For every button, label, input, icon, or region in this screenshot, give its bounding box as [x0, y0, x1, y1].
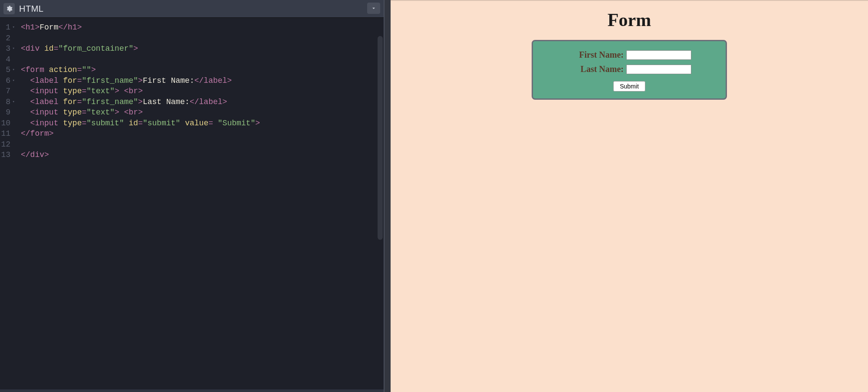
code-line[interactable]: </form>	[21, 128, 380, 139]
editor-header: HTML	[0, 0, 384, 17]
line-number: 8▾	[0, 97, 15, 108]
panel-resize-handle[interactable]	[385, 0, 391, 392]
code-line[interactable]: </div>	[21, 150, 380, 160]
code-line[interactable]	[21, 33, 380, 44]
preview-panel: Form First Name: Last Name:	[391, 0, 868, 392]
editor-scrollbar[interactable]	[378, 36, 383, 240]
code-line[interactable]	[21, 54, 380, 65]
code-line[interactable]: <form action="">	[21, 65, 380, 75]
first-name-label: First Name:	[567, 50, 624, 60]
code-line[interactable]: <input type="text"> <br>	[21, 107, 380, 118]
editor-collapse-button[interactable]	[367, 3, 380, 14]
code-line[interactable]	[21, 139, 380, 150]
line-number: 11	[0, 128, 15, 139]
page-title: Form	[399, 10, 859, 30]
line-number: 12	[0, 139, 15, 150]
submit-button[interactable]	[613, 81, 645, 91]
last-name-row: Last Name:	[540, 64, 719, 74]
code-line[interactable]: <h1>Form</h1>	[21, 22, 380, 33]
demo-form: First Name: Last Name:	[540, 50, 719, 91]
chevron-down-icon	[371, 5, 377, 11]
first-name-input[interactable]	[626, 50, 691, 60]
code-body[interactable]: <h1>Form</h1><div id="form_container"><f…	[17, 18, 384, 389]
editor-title: HTML	[19, 4, 43, 14]
code-line[interactable]: <input type="submit" id="submit" value= …	[21, 118, 380, 129]
gear-icon	[6, 5, 13, 12]
code-line[interactable]: <label for="first_name">Last Name:</labe…	[21, 97, 380, 108]
form-container: First Name: Last Name:	[532, 40, 727, 100]
line-number: 1▾	[0, 22, 15, 33]
line-number: 9	[0, 107, 15, 118]
line-number: 3▾	[0, 43, 15, 54]
code-area[interactable]: 1▾23▾45▾6▾78▾910111213 <h1>Form</h1><div…	[0, 17, 384, 389]
app-root: HTML 1▾23▾45▾6▾78▾910111213 <h1>Form</h1…	[0, 0, 868, 392]
line-number: 4	[0, 54, 15, 65]
last-name-input[interactable]	[626, 65, 691, 74]
editor-panel: HTML 1▾23▾45▾6▾78▾910111213 <h1>Form</h1…	[0, 0, 385, 392]
line-number: 2	[0, 33, 15, 44]
line-number: 7	[0, 86, 15, 97]
line-number: 10	[0, 118, 15, 129]
first-name-row: First Name:	[540, 50, 719, 60]
line-number: 6▾	[0, 75, 15, 86]
editor-status-bar	[0, 389, 384, 392]
editor-settings-button[interactable]	[3, 3, 15, 14]
last-name-label: Last Name:	[567, 64, 624, 74]
code-line[interactable]: <input type="text"> <br>	[21, 86, 380, 97]
line-gutter: 1▾23▾45▾6▾78▾910111213	[0, 18, 17, 389]
line-number: 5▾	[0, 65, 15, 75]
code-line[interactable]: <label for="first_name">First Name:</lab…	[21, 75, 380, 86]
line-number: 13	[0, 150, 15, 160]
code-line[interactable]: <div id="form_container">	[21, 43, 380, 54]
